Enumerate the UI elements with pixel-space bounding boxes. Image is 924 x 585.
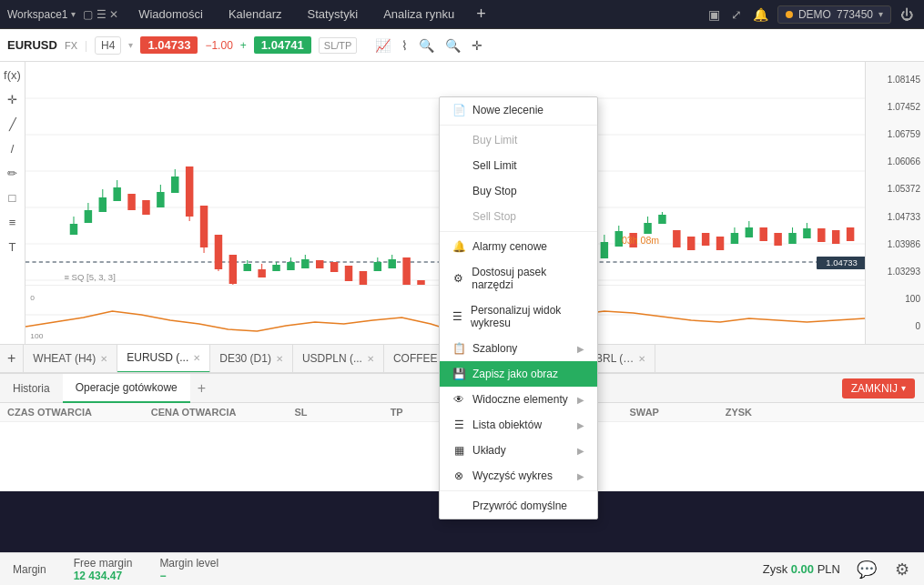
price-tick-3: 1.06759 (866, 129, 924, 139)
ctx-personalizuj[interactable]: ☰ Personalizuj widok wykresu (440, 298, 597, 336)
nav-kalendarz[interactable]: Kalendarz (216, 0, 295, 29)
svg-rect-95 (817, 228, 825, 242)
power-icon[interactable]: ⏻ (899, 5, 915, 24)
tab-usdpln-label: USDPLN (... (302, 352, 362, 365)
account-dropdown-icon[interactable]: ▾ (878, 9, 883, 19)
ctx-uklady[interactable]: ▦ Układy ▶ (440, 438, 597, 463)
ctx-widoczne[interactable]: 👁 Widoczne elementy ▶ (440, 387, 597, 412)
pen-tool[interactable]: ✏ (5, 164, 20, 183)
profit-value: 0.00 (791, 562, 814, 576)
svg-rect-21 (157, 192, 164, 207)
ctx-dostosuj[interactable]: ⚙ Dostosuj pasek narzędzi (440, 259, 597, 298)
uklady-arrow-icon: ▶ (577, 446, 584, 456)
tab-de30-label: DE30 (D1) (219, 352, 271, 365)
workspace-label[interactable]: Workspace1 ▾ ▢ ☰ ✕ (0, 8, 126, 21)
zoom-in-icon[interactable]: 🔍 (442, 36, 464, 55)
add-bottom-tab-button[interactable]: + (190, 380, 213, 397)
bottom-tab-operacje[interactable]: Operacje gotówkowe (63, 374, 190, 403)
chat-icon[interactable]: 💬 (855, 558, 878, 581)
svg-rect-43 (316, 260, 323, 268)
crosshair-icon[interactable]: ✛ (468, 36, 486, 55)
ctx-lista[interactable]: ☰ Lista obiektów ▶ (440, 412, 597, 438)
ctx-label-buy-limit: Buy Limit (472, 134, 517, 146)
svg-rect-71 (644, 223, 651, 234)
tab-de30[interactable]: DE30 (D1) ✕ (210, 344, 293, 373)
timeframe-dropdown-icon[interactable]: ▾ (128, 40, 133, 50)
bottom-tab-historia[interactable]: Historia (0, 374, 63, 403)
nav-statystyki[interactable]: Statystyki (295, 0, 371, 29)
workspace-controls: ▢ ☰ ✕ (83, 8, 118, 21)
list-icon: ☰ (452, 419, 465, 431)
price-tick-6: 1.04733 (866, 212, 924, 222)
tab-usdpln-close[interactable]: ✕ (367, 354, 374, 364)
balance-value: 773450 (837, 8, 873, 21)
price-tick-4: 1.06066 (866, 156, 924, 166)
wyczysc-arrow-icon: ▶ (577, 471, 584, 481)
indicators-icon[interactable]: ⌇ (398, 36, 411, 55)
ctx-label-buy-stop: Buy Stop (472, 185, 517, 197)
svg-rect-11 (85, 210, 92, 223)
layout-icon[interactable]: ▣ (706, 5, 722, 24)
ctx-zapisz[interactable]: 💾 Zapisz jako obraz (440, 361, 597, 387)
margin-label: Margin (13, 563, 46, 576)
ctx-label-uklady: Układy (472, 444, 506, 457)
svg-rect-37 (272, 265, 279, 271)
svg-rect-13 (99, 197, 107, 212)
workspace-dropdown-icon[interactable]: ▾ (71, 9, 76, 19)
bell-icon[interactable]: 🔔 (751, 5, 770, 24)
expand-icon[interactable]: ⤢ (729, 5, 744, 24)
svg-rect-33 (244, 264, 251, 271)
svg-text:0: 0 (30, 294, 35, 302)
trend-tool[interactable]: / (8, 139, 17, 158)
zoom-out-icon[interactable]: 🔍 (415, 36, 438, 55)
svg-rect-53 (388, 259, 395, 268)
chart-type-icon[interactable]: 📈 (371, 36, 394, 55)
plus-icon: + (240, 39, 247, 52)
cursor-tool[interactable]: f(x) (1, 66, 24, 85)
ctx-label-zapisz: Zapisz jako obraz (472, 368, 558, 380)
line-tool[interactable]: ╱ (6, 115, 19, 134)
nav-analiza[interactable]: Analiza rynku (371, 0, 467, 29)
svg-rect-89 (774, 233, 781, 246)
ctx-przywroc[interactable]: Przywróć domyślne (440, 493, 597, 519)
ctx-alarmy[interactable]: 🔔 Alarmy cenowe (440, 234, 597, 259)
ctx-label-alarmy: Alarmy cenowe (472, 240, 547, 253)
tab-usdbrl-close[interactable]: ✕ (638, 354, 645, 364)
tab-eurusd[interactable]: EURUSD (... ✕ (117, 344, 210, 373)
tab-wheat-close[interactable]: ✕ (100, 354, 107, 364)
pair-label: EURUSD (7, 38, 57, 52)
crosshair-tool[interactable]: ✛ (5, 90, 20, 109)
text-tool[interactable]: T (6, 237, 19, 257)
tab-usdpln[interactable]: USDPLN (... ✕ (293, 344, 384, 373)
ctx-nowe-zlecenie[interactable]: 📄 Nowe zlecenie (440, 97, 597, 123)
ctx-label-nowe-zlecenie: Nowe zlecenie (472, 104, 543, 116)
chart-container: f(x) ✛ ╱ / ✏ □ ≡ T (0, 62, 924, 344)
add-workspace-button[interactable]: + (467, 0, 495, 29)
ctx-buy-limit: Buy Limit (440, 127, 597, 153)
ctx-sell-limit[interactable]: Sell Limit (440, 153, 597, 178)
ctx-wyczysc[interactable]: ⊗ Wyczyść wykres ▶ (440, 463, 597, 489)
add-tab-button[interactable]: + (0, 344, 24, 373)
demo-account-badge[interactable]: DEMO 773450 ▾ (777, 5, 891, 24)
nav-wiadomosci[interactable]: Wiadomości (126, 0, 216, 29)
shapes-tool[interactable]: □ (6, 188, 19, 207)
sl-tp-badge[interactable]: SL/TP (319, 37, 358, 54)
tab-eurusd-close[interactable]: ✕ (193, 353, 200, 363)
separator: | (85, 39, 87, 52)
svg-rect-23 (171, 177, 178, 193)
svg-rect-15 (113, 187, 120, 201)
ctx-sell-stop: Sell Stop (440, 204, 597, 229)
col-zysk: Zysk (726, 407, 821, 418)
tab-wheat[interactable]: WHEAT (H4) ✕ (24, 344, 117, 373)
timeframe-selector[interactable]: H4 (95, 36, 121, 55)
layout-grid-icon: ▦ (452, 444, 465, 457)
ctx-buy-stop[interactable]: Buy Stop (440, 178, 597, 204)
svg-rect-27 (200, 206, 208, 247)
status-bar: Margin Free margin 12 434.47 Margin leve… (0, 552, 924, 585)
tab-de30-close[interactable]: ✕ (276, 354, 283, 364)
ctx-szablony[interactable]: 📋 Szablony ▶ (440, 336, 597, 361)
close-dropdown-icon[interactable]: ▾ (901, 383, 906, 393)
fib-tool[interactable]: ≡ (6, 213, 19, 232)
close-all-button[interactable]: ZAMKNIJ ▾ (842, 378, 915, 398)
settings-icon[interactable]: ⚙ (893, 558, 911, 581)
